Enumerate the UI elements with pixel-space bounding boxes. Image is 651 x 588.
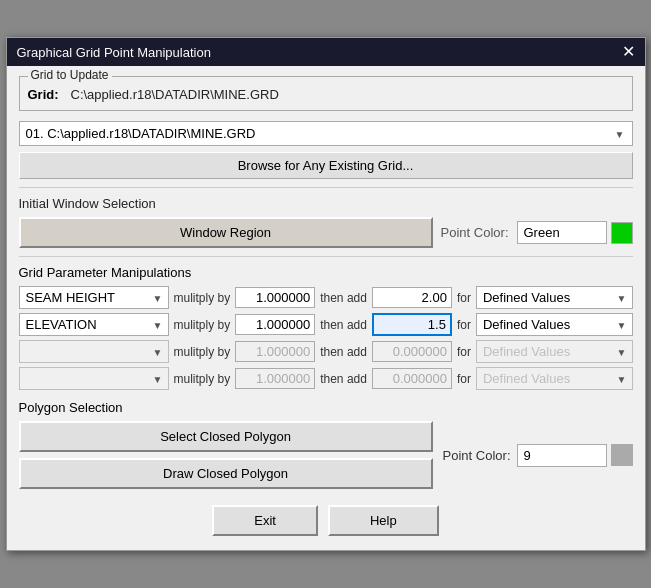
param-row-1: ELEVATION mulitply by then add for Defin… bbox=[19, 313, 633, 336]
then-add-input-3[interactable] bbox=[372, 368, 452, 389]
polygon-label: Polygon Selection bbox=[19, 400, 633, 415]
param-type-select-1[interactable]: Defined Values bbox=[476, 313, 633, 336]
select-closed-polygon-button[interactable]: Select Closed Polygon bbox=[19, 421, 433, 452]
grid-params-section: Grid Parameter Manipulations SEAM HEIGHT… bbox=[19, 265, 633, 390]
param-type-select-2[interactable]: Defined Values bbox=[476, 340, 633, 363]
close-button[interactable]: ✕ bbox=[622, 44, 635, 60]
grid-path-value: C:\applied.r18\DATADIR\MINE.GRD bbox=[71, 87, 279, 102]
polygon-point-color-swatch bbox=[611, 444, 633, 466]
grid-to-update-group: Grid to Update Grid: C:\applied.r18\DATA… bbox=[19, 76, 633, 111]
grid-label: Grid: bbox=[28, 87, 63, 102]
browse-button[interactable]: Browse for Any Existing Grid... bbox=[19, 152, 633, 179]
param-category-wrapper-2[interactable] bbox=[19, 340, 169, 363]
multiply-label-0: mulitply by bbox=[174, 291, 231, 305]
param-category-select-0[interactable]: SEAM HEIGHT bbox=[19, 286, 169, 309]
polygon-left: Select Closed Polygon Draw Closed Polygo… bbox=[19, 421, 433, 489]
point-color-dropdown-1[interactable]: Green bbox=[517, 221, 607, 244]
param-category-select-3[interactable] bbox=[19, 367, 169, 390]
multiply-label-3: mulitply by bbox=[174, 372, 231, 386]
param-category-select-2[interactable] bbox=[19, 340, 169, 363]
bottom-buttons: Exit Help bbox=[19, 499, 633, 540]
grid-dropdown[interactable]: 01. C:\applied.r18\DATADIR\MINE.GRD bbox=[19, 121, 633, 146]
point-color-swatch-1 bbox=[611, 222, 633, 244]
param-row-3: mulitply by then add for Defined Values bbox=[19, 367, 633, 390]
polygon-buttons-row: Select Closed Polygon Draw Closed Polygo… bbox=[19, 421, 633, 489]
multiply-label-1: mulitply by bbox=[174, 318, 231, 332]
param-type-select-0[interactable]: Defined Values bbox=[476, 286, 633, 309]
for-label-1: for bbox=[457, 318, 471, 332]
param-category-select-1[interactable]: ELEVATION bbox=[19, 313, 169, 336]
draw-closed-polygon-button[interactable]: Draw Closed Polygon bbox=[19, 458, 433, 489]
window-region-button[interactable]: Window Region bbox=[19, 217, 433, 248]
then-add-input-1[interactable] bbox=[372, 313, 452, 336]
dialog-body: Grid to Update Grid: C:\applied.r18\DATA… bbox=[7, 66, 645, 550]
dialog-title: Graphical Grid Point Manipulation bbox=[17, 45, 211, 60]
then-add-label-3: then add bbox=[320, 372, 367, 386]
exit-button[interactable]: Exit bbox=[212, 505, 318, 536]
polygon-right: Point Color: 9 bbox=[443, 444, 633, 467]
param-row-2: mulitply by then add for Defined Values bbox=[19, 340, 633, 363]
window-region-row: Window Region Point Color: Green bbox=[19, 217, 633, 248]
multiply-input-2[interactable] bbox=[235, 341, 315, 362]
param-category-wrapper-1[interactable]: ELEVATION bbox=[19, 313, 169, 336]
then-add-label-1: then add bbox=[320, 318, 367, 332]
grid-to-update-label: Grid to Update bbox=[28, 68, 112, 82]
polygon-section: Polygon Selection Select Closed Polygon … bbox=[19, 400, 633, 489]
divider-1 bbox=[19, 187, 633, 188]
then-add-input-0[interactable] bbox=[372, 287, 452, 308]
param-category-wrapper-3[interactable] bbox=[19, 367, 169, 390]
param-type-wrapper-3[interactable]: Defined Values bbox=[476, 367, 633, 390]
initial-window-label: Initial Window Selection bbox=[19, 196, 633, 211]
param-type-select-3[interactable]: Defined Values bbox=[476, 367, 633, 390]
then-add-input-2[interactable] bbox=[372, 341, 452, 362]
multiply-input-1[interactable] bbox=[235, 314, 315, 335]
param-type-wrapper-2[interactable]: Defined Values bbox=[476, 340, 633, 363]
title-bar: Graphical Grid Point Manipulation ✕ bbox=[7, 38, 645, 66]
param-type-wrapper-1[interactable]: Defined Values bbox=[476, 313, 633, 336]
grid-params-label: Grid Parameter Manipulations bbox=[19, 265, 633, 280]
for-label-2: for bbox=[457, 345, 471, 359]
multiply-input-3[interactable] bbox=[235, 368, 315, 389]
then-add-label-0: then add bbox=[320, 291, 367, 305]
param-type-wrapper-0[interactable]: Defined Values bbox=[476, 286, 633, 309]
point-color-row-1: Green bbox=[517, 221, 633, 244]
multiply-input-0[interactable] bbox=[235, 287, 315, 308]
help-button[interactable]: Help bbox=[328, 505, 439, 536]
divider-2 bbox=[19, 256, 633, 257]
for-label-3: for bbox=[457, 372, 471, 386]
main-dialog: Graphical Grid Point Manipulation ✕ Grid… bbox=[6, 37, 646, 551]
param-category-wrapper-0[interactable]: SEAM HEIGHT bbox=[19, 286, 169, 309]
polygon-point-color-wrapper: 9 bbox=[517, 444, 633, 467]
grid-dropdown-wrapper[interactable]: 01. C:\applied.r18\DATADIR\MINE.GRD bbox=[19, 121, 633, 146]
polygon-point-color-dropdown[interactable]: 9 bbox=[517, 444, 607, 467]
then-add-label-2: then add bbox=[320, 345, 367, 359]
polygon-point-color-label: Point Color: bbox=[443, 448, 511, 463]
for-label-0: for bbox=[457, 291, 471, 305]
grid-path-row: Grid: C:\applied.r18\DATADIR\MINE.GRD bbox=[28, 87, 624, 102]
param-row-0: SEAM HEIGHT mulitply by then add for Def… bbox=[19, 286, 633, 309]
point-color-label-1: Point Color: bbox=[441, 225, 509, 240]
multiply-label-2: mulitply by bbox=[174, 345, 231, 359]
